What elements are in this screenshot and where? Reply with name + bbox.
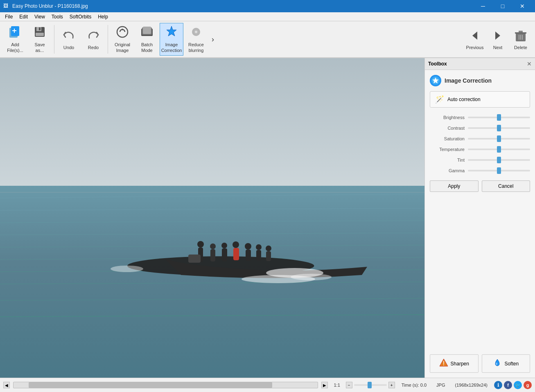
twitter-icon[interactable]: 🐦 [514,381,522,389]
brightness-slider[interactable] [468,114,530,121]
section-icon [430,75,441,86]
sharpen-label: Sharpen [451,361,469,367]
menu-bar: File Edit View Tools SoftOrbits Help [0,12,535,21]
facebook-icon[interactable]: f [504,381,512,389]
svg-rect-40 [210,249,215,261]
tint-slider[interactable] [468,157,530,163]
canvas-area[interactable] [0,58,424,378]
previous-button[interactable]: Previous [464,23,486,56]
title-bar: 🖼 Easy Photo Unblur - P1160168.jpg ─ □ ✕ [0,0,535,12]
redo-icon [87,28,100,43]
svg-point-9 [122,29,123,30]
next-icon [491,29,504,45]
scroll-left-button[interactable]: ◀ [3,382,10,388]
toolbox-title: Toolbox [428,61,447,67]
menu-file[interactable]: File [2,13,16,20]
save-as-icon [33,25,46,41]
sharpen-button[interactable]: Sharpen [430,354,479,373]
reduce-blurring-button[interactable]: Reduceblurring [184,23,208,56]
svg-point-37 [197,241,204,248]
brightness-label: Brightness [430,115,465,120]
original-image-icon [116,25,129,41]
save-as-button[interactable]: Saveas... [28,23,52,56]
svg-rect-50 [266,251,271,261]
tint-row: Tint [430,157,530,163]
zoom-in-button[interactable]: + [388,382,395,388]
contrast-slider[interactable] [468,125,530,131]
time-display: Time (s): 0.0 [398,383,430,387]
redo-button[interactable]: Redo [81,23,105,56]
more-button[interactable]: › [209,23,217,56]
svg-rect-46 [246,250,251,261]
format-display: JPG [433,383,448,387]
reduce-blurring-icon [190,25,203,41]
saturation-row: Saturation [430,135,530,142]
delete-label: Delete [514,45,527,50]
saturation-label: Saturation [430,136,465,141]
svg-point-16 [195,31,197,33]
image-correction-label: ImageCorrection [161,42,182,53]
status-right-icons: ℹ f 🐦 g [494,381,532,389]
svg-rect-42 [222,248,227,261]
zoom-out-button[interactable]: − [346,382,352,388]
batch-mode-icon [140,25,154,41]
undo-icon [62,28,75,43]
svg-marker-56 [432,77,439,83]
maximize-button[interactable]: □ [493,0,512,12]
svg-point-54 [242,275,315,283]
svg-point-55 [111,266,143,272]
tint-label: Tint [430,158,465,162]
scroll-right-button[interactable]: ▶ [321,382,328,388]
svg-point-41 [221,243,227,248]
google-icon[interactable]: g [524,381,532,389]
delete-button[interactable]: Delete [510,23,532,56]
toolbox-close-button[interactable]: ✕ [527,61,532,67]
cancel-button[interactable]: Cancel [482,180,530,192]
image-correction-button[interactable]: ImageCorrection [160,23,183,56]
menu-tools[interactable]: Tools [48,13,66,20]
svg-rect-6 [36,33,44,36]
section-title: Image Correction [445,77,492,84]
svg-rect-44 [233,248,239,260]
brightness-row: Brightness [430,114,530,121]
svg-point-49 [266,246,271,251]
delete-icon [515,29,526,45]
menu-edit[interactable]: Edit [16,13,31,20]
minimize-button[interactable]: ─ [474,0,492,12]
menu-view[interactable]: View [31,13,48,20]
next-button[interactable]: Next [487,23,509,56]
horizontal-scrollbar[interactable] [13,382,318,388]
zoom-slider[interactable] [354,382,387,388]
add-files-label: AddFile(s)... [7,42,23,53]
saturation-slider[interactable] [468,135,530,142]
contrast-label: Contrast [430,126,465,131]
menu-help[interactable]: Help [95,13,111,20]
batch-mode-button[interactable]: BatchMode [135,23,159,56]
menu-softorbits[interactable]: SoftOrbits [66,13,95,20]
close-button[interactable]: ✕ [513,0,532,12]
title-bar-text: Easy Photo Unblur - P1160168.jpg [12,3,474,9]
image-scene [0,58,424,378]
undo-button[interactable]: Undo [57,23,81,56]
temperature-slider[interactable] [468,146,530,153]
separator-2 [108,25,108,54]
gamma-row: Gamma [430,167,530,174]
toolbox-panel: Toolbox ✕ Image Correction 🪄 Auto correc… [424,58,535,378]
toolbox-bottom: Sharpen Soften [425,354,535,378]
soften-icon [493,358,502,369]
gamma-slider[interactable] [468,167,530,174]
previous-label: Previous [466,45,484,50]
previous-icon [468,29,481,45]
next-label: Next [493,45,503,50]
auto-correction-button[interactable]: 🪄 Auto correction [430,91,530,108]
original-image-button[interactable]: OriginalImage [111,23,134,56]
apply-button[interactable]: Apply [430,180,479,192]
boat-svg [0,58,424,378]
toolbar: AddFile(s)... Saveas... Undo [0,21,535,58]
sharpen-icon [439,358,448,369]
svg-marker-18 [495,32,500,40]
size-display: (1968x1269x24) [451,383,491,387]
soften-button[interactable]: Soften [482,354,530,373]
info-icon[interactable]: ℹ [494,381,502,389]
add-files-button[interactable]: AddFile(s)... [3,23,27,56]
